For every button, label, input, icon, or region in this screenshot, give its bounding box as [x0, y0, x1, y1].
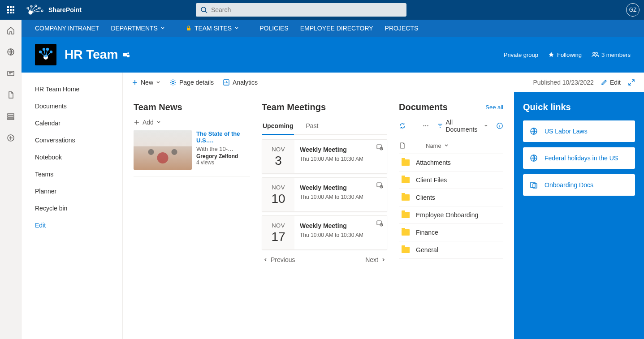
news-views: 4 views: [196, 159, 250, 166]
analytics-button[interactable]: Analytics: [223, 79, 258, 86]
folder-row[interactable]: Attachments: [399, 154, 503, 172]
nav-calendar[interactable]: Calendar: [35, 115, 122, 132]
news-subtitle: With the 10-…: [196, 146, 250, 152]
filter-icon: [437, 123, 443, 129]
news-thumbnail: [134, 130, 192, 170]
command-bar: New Page details Analytics Published 10/…: [123, 73, 644, 92]
published-label: Published 10/23/2022: [533, 79, 593, 86]
list-icon[interactable]: [6, 112, 15, 121]
user-avatar[interactable]: GZ: [626, 3, 640, 17]
event-card[interactable]: NOV17 Weekly Meeting Thu 10:00 AM to 10:…: [262, 215, 387, 250]
expand-icon[interactable]: [628, 79, 635, 86]
more-icon[interactable]: [422, 122, 429, 130]
home-icon[interactable]: [6, 26, 15, 35]
quick-link[interactable]: Federal holidays in the US: [523, 147, 635, 169]
svg-rect-29: [377, 221, 381, 225]
tab-past[interactable]: Past: [305, 119, 319, 134]
nav-conversations[interactable]: Conversations: [35, 132, 122, 149]
next-button[interactable]: Next: [365, 256, 385, 263]
hub-departments[interactable]: DEPARTMENTS: [111, 25, 165, 32]
privacy-label: Private group: [504, 51, 538, 58]
folder-row[interactable]: Finance: [399, 224, 503, 241]
page-details-button[interactable]: Page details: [169, 79, 214, 86]
app-launcher[interactable]: [0, 0, 22, 20]
chevron-down-icon: [234, 26, 239, 30]
prev-button[interactable]: Previous: [264, 256, 295, 263]
search-box[interactable]: [196, 3, 406, 17]
folder-row[interactable]: Clients: [399, 189, 503, 206]
nav-notebook[interactable]: Notebook: [35, 149, 122, 166]
members-button[interactable]: 3 members: [592, 51, 631, 58]
refresh-icon[interactable]: [399, 122, 406, 130]
news-icon[interactable]: [6, 69, 15, 78]
add-circle-icon[interactable]: [6, 133, 15, 142]
nav-edit[interactable]: Edit: [35, 217, 122, 234]
suite-brand[interactable]: SharePoint: [22, 4, 86, 15]
view-selector[interactable]: All Documents: [437, 119, 488, 133]
news-add-button[interactable]: Add: [134, 119, 250, 126]
folder-row[interactable]: General: [399, 241, 503, 259]
folder-row[interactable]: Employee Onboarding: [399, 206, 503, 224]
tab-upcoming[interactable]: Upcoming: [262, 119, 294, 135]
following-button[interactable]: Following: [548, 51, 582, 58]
news-item[interactable]: The State of the U.S…. With the 10-… Gre…: [134, 130, 250, 176]
see-all-link[interactable]: See all: [485, 104, 503, 111]
chevron-down-icon: [160, 26, 165, 30]
sharepoint-logo-icon: [26, 4, 44, 15]
hub-team-sites[interactable]: TEAM SITES: [186, 25, 239, 32]
teams-icon[interactable]: [122, 51, 130, 59]
hub-policies[interactable]: POLICIES: [259, 25, 289, 32]
plus-icon: [132, 79, 138, 86]
nav-recycle-bin[interactable]: Recycle bin: [35, 200, 122, 217]
calendar-sync-icon: [376, 143, 383, 150]
svg-point-23: [172, 81, 174, 83]
folder-icon: [402, 229, 410, 236]
svg-rect-10: [8, 116, 14, 117]
quick-link[interactable]: Onboarding Docs: [523, 174, 635, 196]
news-title: The State of the U.S….: [196, 130, 250, 144]
info-icon[interactable]: [496, 122, 503, 130]
svg-point-31: [423, 125, 424, 126]
svg-point-6: [201, 7, 206, 12]
folder-icon: [402, 247, 410, 253]
site-logo[interactable]: [35, 44, 56, 65]
plus-icon: [134, 119, 140, 125]
nav-documents[interactable]: Documents: [35, 98, 122, 115]
news-heading: Team News: [134, 102, 250, 112]
hub-employee-directory[interactable]: EMPLOYEE DIRECTORY: [300, 25, 373, 32]
calendar-sync-icon: [376, 181, 383, 189]
svg-rect-27: [377, 183, 381, 187]
quick-links-heading: Quick links: [523, 102, 635, 112]
search-input[interactable]: [211, 6, 402, 13]
svg-rect-9: [8, 114, 14, 115]
search-icon: [200, 6, 207, 13]
globe-icon[interactable]: [6, 47, 15, 56]
nav-teams[interactable]: Teams: [35, 166, 122, 183]
documents-heading: Documents: [399, 102, 448, 112]
meetings-section: Team Meetings Upcoming Past NOV3 Weekly …: [262, 102, 387, 339]
quick-link[interactable]: US Labor Laws: [523, 120, 635, 142]
svg-rect-19: [123, 53, 127, 56]
svg-point-20: [127, 52, 129, 54]
svg-point-32: [425, 125, 426, 126]
chevron-down-icon: [444, 143, 449, 148]
nav-planner[interactable]: Planner: [35, 183, 122, 200]
folder-icon: [402, 212, 410, 218]
calendar-sync-icon: [376, 219, 383, 227]
file-icon[interactable]: [6, 90, 15, 99]
hub-company-intranet[interactable]: COMPANY INTRANET: [35, 25, 99, 32]
lock-icon: [186, 25, 192, 31]
suite-app-name: SharePoint: [48, 6, 82, 13]
column-name[interactable]: Name: [426, 142, 449, 149]
nav-home[interactable]: HR Team Home: [35, 81, 122, 98]
folder-row[interactable]: Client Files: [399, 172, 503, 189]
hub-projects[interactable]: PROJECTS: [385, 25, 419, 32]
waffle-icon: [7, 6, 14, 13]
chevron-down-icon: [484, 124, 488, 128]
event-card[interactable]: NOV10 Weekly Meeting Thu 10:00 AM to 10:…: [262, 177, 387, 212]
svg-rect-8: [8, 71, 14, 76]
edit-button[interactable]: Edit: [601, 79, 621, 86]
pencil-icon: [601, 79, 607, 86]
new-button[interactable]: New: [132, 79, 160, 86]
event-card[interactable]: NOV3 Weekly Meeting Thu 10:00 AM to 10:3…: [262, 139, 387, 174]
